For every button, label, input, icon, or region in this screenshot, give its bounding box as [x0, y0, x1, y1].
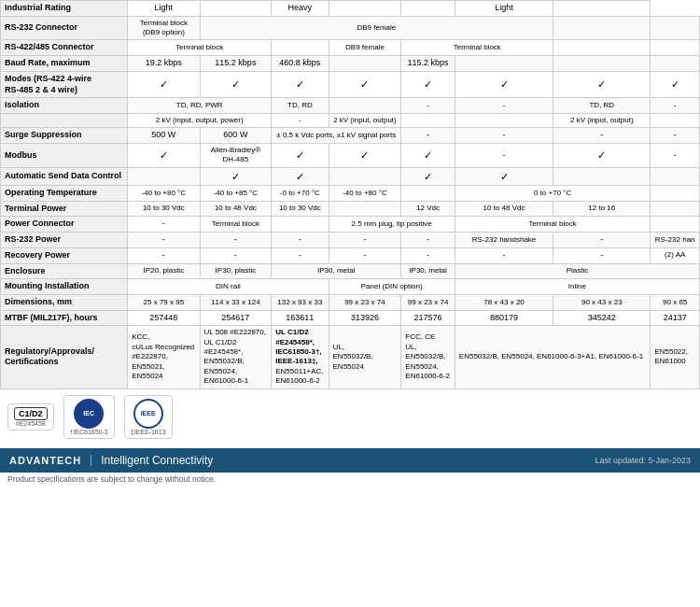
table-cell: TD, RD [272, 98, 329, 114]
table-row: Power Connector - Terminal block 2.5 mm … [1, 217, 700, 233]
table-row: 2 kV (input, output, power) - 2 kV (inpu… [1, 113, 700, 127]
table-cell: ✓ [553, 71, 651, 97]
table-cell: - [401, 98, 455, 114]
table-cell: ✓ [651, 71, 700, 97]
table-cell [651, 16, 700, 40]
table-cell: - [128, 217, 200, 233]
table-cell: - [455, 98, 553, 114]
table-cell: - [455, 143, 553, 167]
table-cell: - [401, 247, 455, 263]
table-cell: - [651, 143, 700, 167]
table-cell: ✓ [272, 143, 329, 167]
table-cell: 12 Vdc [401, 201, 455, 217]
table-cell: ✓ [553, 143, 651, 167]
table-cell: IP30, metal [401, 263, 455, 279]
table-cell: 10 to 30 Vdc [272, 201, 329, 217]
table-cell: EN55022,EN61000 [651, 326, 700, 388]
row-label: RS-422/485 Connector [1, 40, 128, 56]
table-cell: FCC, CEUL,EN55032/B,EN55024,EN61000-6-2 [401, 326, 455, 388]
row-label: Power Connector [1, 217, 128, 233]
cert-ieee-icon: IEEE ‡IEEE-1613 [124, 395, 173, 439]
table-cell: RS-232 handshake [455, 233, 553, 248]
table-cell: ✓ [329, 71, 401, 97]
table-cell: DB9 female [329, 40, 401, 56]
table-cell: 257448 [128, 310, 200, 326]
table-cell: ✓ [200, 167, 272, 185]
table-cell [272, 217, 329, 233]
table-row: Industrial Rating Light Heavy Light [1, 1, 700, 17]
table-cell: Terminal block [401, 40, 553, 56]
table-cell: 460.8 kbps [272, 56, 329, 72]
table-cell: - [401, 233, 455, 248]
row-label: Operating Temperature [1, 186, 128, 202]
table-cell [401, 1, 455, 17]
table-cell: DB9 female [200, 16, 553, 40]
table-cell: -40 to +85 °C [200, 186, 272, 202]
footer-bar: ADVANTECH Intelligent Connectivity Last … [0, 448, 700, 473]
table-cell: 99 x 23 x 74 [329, 294, 401, 310]
table-row: Mounting Installation DIN rail Panel (DI… [1, 279, 700, 295]
disclaimer-text: Product specifications are subject to ch… [0, 473, 700, 486]
row-label: Modes (RS-422 4-wireRS-485 2 & 4 wire) [1, 71, 128, 97]
table-cell: - [272, 113, 329, 127]
table-cell: 10 to 48 Vdc [455, 201, 553, 217]
table-cell: - [272, 247, 329, 263]
table-cell: 10 to 48 Vdc [200, 201, 272, 217]
table-cell [553, 40, 651, 56]
table-cell: KCC,cULus Recognized#E222870,EN55021,EN5… [128, 326, 200, 388]
table-cell: - [200, 247, 272, 263]
row-label: Recovery Power [1, 247, 128, 263]
row-label [1, 113, 128, 127]
table-cell: 2 kV (input, output) [553, 113, 651, 127]
table-cell: 132 x 93 x 33 [272, 294, 329, 310]
table-cell: -40 to +80 °C [329, 186, 401, 202]
table-cell [651, 56, 700, 72]
table-cell [553, 56, 651, 72]
table-row: RS-232 Power - - - - - RS-232 handshake … [1, 233, 700, 248]
table-cell: UL C1/D2#E245458*,IEC61850-3†,IEEE-1613‡… [272, 326, 329, 388]
table-row: RS-422/485 Connector Terminal block DB9 … [1, 40, 700, 56]
table-cell [128, 167, 200, 185]
table-cell: ✓ [455, 167, 553, 185]
table-cell: -0 to +70 °C [272, 186, 329, 202]
table-cell: 0 to +70 °C [455, 186, 651, 202]
table-cell: 99 x 23 x 74 [401, 294, 455, 310]
table-cell: Inline [455, 279, 699, 295]
table-cell: 2.5 mm plug, tip positive [329, 217, 455, 233]
row-label: Isolation [1, 98, 128, 114]
table-cell: 78 x 43 x 20 [455, 294, 553, 310]
table-cell [651, 186, 700, 202]
table-cell: - [128, 233, 200, 248]
table-cell: UL 508 #E222870,UL C1/D2#E245458*,EN5503… [200, 326, 272, 388]
table-cell: ✓ [401, 167, 455, 185]
table-cell: - [651, 98, 700, 114]
table-cell: IP20, plastic [128, 263, 200, 279]
table-cell: 2 kV (input, output) [329, 113, 401, 127]
table-cell: - [200, 233, 272, 248]
footer-update: Last updated: 5-Jan-2023 [595, 456, 691, 465]
table-cell [553, 1, 651, 17]
row-label: Automatic Send Data Control [1, 167, 128, 185]
table-cell: 345242 [553, 310, 651, 326]
table-cell [651, 167, 700, 185]
table-cell: - [455, 128, 553, 144]
page-wrapper: Industrial Rating Light Heavy Light RS-2… [0, 0, 700, 486]
table-cell: - [553, 247, 651, 263]
table-cell: TD, RD [553, 98, 651, 114]
table-cell: IP30, metal [272, 263, 401, 279]
table-cell: 217576 [401, 310, 455, 326]
table-row: MTBF (MIL217F), hours 257448 254617 1636… [1, 310, 700, 326]
table-cell: Plastic [455, 263, 699, 279]
cert-iec-icon: IEC †IEC61850-3 [63, 395, 115, 439]
table-cell: - [329, 233, 401, 248]
table-cell: ✓ [455, 71, 553, 97]
table-row: Automatic Send Data Control ✓ ✓ ✓ ✓ [1, 167, 700, 185]
table-cell: 500 W [128, 128, 200, 144]
table-row: Modes (RS-422 4-wireRS-485 2 & 4 wire) ✓… [1, 71, 700, 97]
table-row: Isolation TD, RD, PWR TD, RD - - TD, RD … [1, 98, 700, 114]
table-cell [329, 56, 401, 72]
table-cell [329, 98, 401, 114]
table-cell: 90 x 43 x 23 [553, 294, 651, 310]
table-cell [329, 167, 401, 185]
table-cell: Light [128, 1, 200, 17]
